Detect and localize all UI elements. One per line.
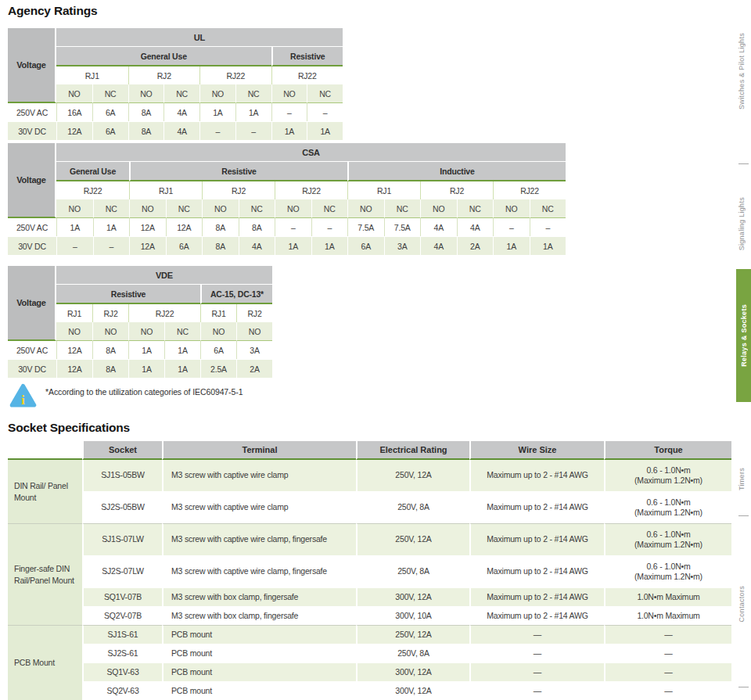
table-row: PCB MountSJ1S-61PCB mount250V, 12A—— [8,625,731,644]
electrical-rating-cell: 300V, 12A [356,587,469,606]
contact-type-header: NC [92,84,128,103]
electrical-rating-cell: 250V, 8A [356,491,469,523]
sidebar-item-label: Contactors [738,586,746,623]
contact-type-header: NO [200,322,236,341]
terminal-cell: M3 screw with captive wire clamp, finger… [162,523,356,555]
rating-cell: 1A [164,359,200,378]
rating-cell: 4A [163,103,199,121]
contact-type-header: NC [307,84,343,103]
relay-model-header: RJ22 [275,181,347,199]
contact-type-header: NO [56,84,92,103]
rating-cell: 4A [420,218,457,236]
agency-name-header: VDE [56,266,272,285]
torque-cell: 0.6 - 1.0N•m (Maximum 1.2N•m) [604,460,731,491]
contact-type-header: NC [235,84,271,103]
torque-cell: — [604,625,731,644]
contact-type-header: NO [128,84,164,103]
rating-cell: – [271,103,307,121]
terminal-cell: PCB mount [162,625,356,644]
load-category-header: General Use [56,162,129,181]
table-row: General UseResistive [8,47,343,66]
rating-cell: 1A [164,341,200,359]
column-header: Torque [604,441,731,460]
load-category-header: AC-15, DC-13* [200,285,272,304]
wire-size-cell: — [469,662,604,681]
svg-text:i: i [21,393,25,407]
contact-type-header: NO [236,322,272,341]
rating-cell: 1A [56,218,93,236]
rating-cell: 6A [92,121,128,140]
socket-part-number: SJ2S-07LW [82,555,162,587]
table-row: NONCNONCNONCNONCNONCNONCNONC [8,199,566,218]
torque-cell: 0.6 - 1.0N•m (Maximum 1.2N•m) [604,523,731,555]
rating-cell: 1A [199,103,235,121]
rating-cell: 6A [92,103,128,121]
corner-cell [8,441,82,460]
rating-cell: 2A [457,236,494,255]
rating-cell: 1A [128,341,164,359]
relay-model-header: RJ2 [420,181,493,199]
rating-cell: 8A [128,103,164,121]
electrical-rating-cell: 300V, 10A [356,606,469,625]
voltage-row-label: 250V AC [8,341,56,359]
rating-cell: – [307,103,343,121]
rating-cell: 4A [163,121,199,140]
rating-cell: 8A [128,121,164,140]
socket-part-number: SQ2V-07B [82,606,162,625]
sidebar-divider [738,515,749,516]
table-row: RJ22RJ1RJ2RJ22RJ1RJ2RJ22 [8,181,566,199]
rating-cell: 6A [166,236,203,255]
rating-cell: 3A [384,236,421,255]
rating-cell: 4A [420,236,457,255]
rating-cell: 16A [56,103,92,121]
rating-cell: 12A [56,121,92,140]
contact-type-header: NO [420,199,457,218]
rating-cell: 1A [235,103,271,121]
table-row: General UseResistiveInductive [8,162,566,181]
section-title-socket-specifications: Socket Specifications [8,421,130,435]
table-row: SJ2S-61PCB mount250V, 8A—— [8,644,731,662]
rating-cell: – [530,218,566,236]
table-row: SQ2V-63PCB mount300V, 12A—— [8,681,731,700]
rating-cell: 12A [129,218,166,236]
sidebar-tab-label: Relays & Sockets [740,304,748,367]
sidebar-item-label: Signaling Lights [738,197,746,250]
csa-table: VoltageCSAGeneral UseResistiveInductiveR… [8,143,566,255]
table-row: 30V DC––12A6A8A4A1A1A6A3A4A2A1A1A [8,236,566,255]
rating-cell: 8A [202,236,239,255]
relay-model-header: RJ22 [493,181,566,199]
wire-size-cell: Maximum up to 2 - #14 AWG [469,606,604,625]
load-category-header: Resistive [56,285,200,304]
wire-size-cell: — [469,644,604,662]
terminal-cell: PCB mount [162,662,356,681]
rating-cell: 1A [275,236,311,255]
voltage-row-label: 30V DC [8,236,56,255]
contact-type-header: NO [271,84,307,103]
voltage-header: Voltage [8,143,56,218]
contact-type-header: NC [163,84,199,103]
torque-cell: 1.0N•m Maximum [604,587,731,606]
sidebar-item-signaling-lights: Signaling Lights [732,185,751,263]
wire-size-cell: — [469,625,604,644]
sidebar-item-switches-pilot-lights: Switches & Pilot Lights [732,4,751,138]
rating-cell: 3A [236,341,272,359]
table-row: SJ2S-07LWM3 screw with captive wire clam… [8,555,731,587]
rating-cell: 7.5A [347,218,384,236]
contact-type-header: NO [128,322,164,341]
sidebar-divider [738,163,749,164]
wire-size-cell: Maximum up to 2 - #14 AWG [469,587,604,606]
rating-cell: 12A [129,236,166,255]
sidebar-tab-relays-sockets-active: Relays & Sockets [736,269,751,402]
voltage-header: Voltage [8,266,56,341]
rating-cell: 12A [56,359,92,378]
column-header: Terminal [162,441,356,460]
voltage-header: Voltage [8,28,56,103]
mount-group-label: DIN Rail/ Panel Mount [8,460,82,523]
load-category-header: Resistive [129,162,347,181]
relay-model-header: RJ2 [92,304,128,322]
sidebar-item-label: Timers [738,468,746,490]
contact-type-header: NC [239,199,275,218]
socket-part-number: SJ2S-61 [82,644,162,662]
rating-cell: 1A [271,121,307,140]
rating-cell: 1A [93,218,130,236]
